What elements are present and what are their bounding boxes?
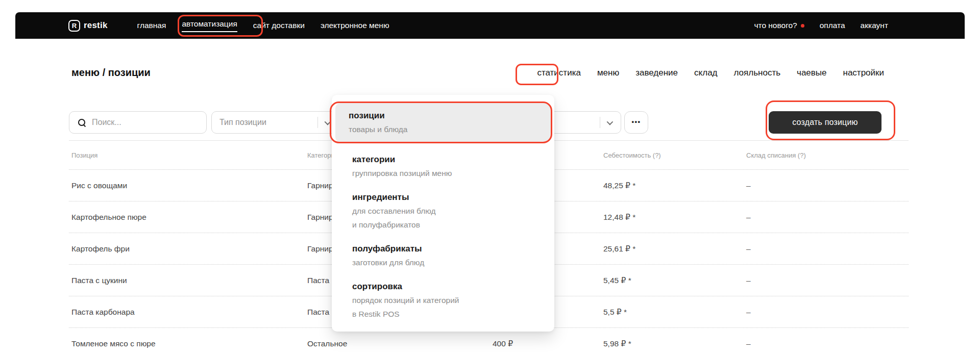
cell-stock: –	[746, 328, 751, 355]
menu-dropdown-panel: позиции товары и блюда категории группир…	[332, 95, 554, 332]
search-input[interactable]	[92, 118, 194, 127]
ellipsis-icon: •••	[631, 118, 641, 125]
topnav-item-automation[interactable]: автоматизация	[182, 19, 237, 32]
cell-stock: –	[746, 265, 751, 296]
cell-cost: 25,61 ₽ *	[603, 233, 635, 265]
cell-position: Томленое мясо с пюре	[71, 328, 156, 355]
topbar-nav: главная автоматизация сайт доставки элек…	[137, 19, 389, 32]
menu-item-title: позиции	[349, 109, 551, 122]
chevron-down-icon	[607, 118, 614, 125]
cell-category: Паста	[307, 296, 329, 328]
cell-stock: –	[746, 170, 751, 201]
cell-stock: –	[746, 233, 751, 265]
app-window: R restik главная автоматизация сайт дост…	[0, 0, 980, 355]
section-tab-statistics[interactable]: статистика	[537, 68, 581, 78]
topnav-item-main[interactable]: главная	[137, 21, 166, 30]
cell-cost: 12,48 ₽ *	[603, 201, 635, 233]
menu-item-subtitle: группировка позиций меню	[352, 166, 551, 180]
more-actions-button[interactable]: •••	[624, 111, 648, 134]
restik-logo-icon: R	[68, 20, 80, 32]
topnav-item-delivery-site[interactable]: сайт доставки	[253, 21, 305, 30]
cell-stock: –	[746, 201, 751, 233]
topbar-right-group: что нового? оплата аккаунт	[754, 21, 888, 30]
header-stock[interactable]: Склад списания (?)	[746, 141, 806, 170]
chevron-down-icon	[325, 118, 331, 125]
menu-item-subtitle: для составления блюд и полуфабрикатов	[352, 204, 551, 232]
menu-item-subtitle: порядок позиций и категорий в Restik POS	[352, 293, 551, 321]
topnav-item-whats-new[interactable]: что нового?	[754, 21, 804, 30]
cell-category: Остальное	[307, 328, 347, 355]
menu-item-semifinished[interactable]: полуфабрикаты заготовки для блюд	[335, 242, 551, 269]
menu-item-ingredients[interactable]: ингредиенты для составления блюд и полуф…	[335, 190, 551, 232]
cell-category: Паста	[307, 265, 329, 296]
section-tab-menu[interactable]: меню	[597, 68, 619, 78]
search-box[interactable]	[69, 111, 207, 134]
section-tab-venue[interactable]: заведение	[635, 68, 678, 78]
section-nav: статистика меню заведение склад лояльнос…	[537, 68, 884, 78]
section-tab-settings[interactable]: настройки	[843, 68, 884, 78]
cell-stock: –	[746, 296, 751, 328]
section-tab-loyalty[interactable]: лояльность	[734, 68, 781, 78]
position-type-select[interactable]: Тип позиции	[211, 111, 339, 134]
topnav-item-payment[interactable]: оплата	[820, 21, 845, 30]
header-position: Позиция	[71, 141, 97, 170]
restik-logo[interactable]: R restik	[68, 20, 108, 32]
notification-dot-icon	[801, 24, 804, 28]
menu-item-subtitle: товары и блюда	[349, 122, 551, 136]
cell-cost: 5,5 ₽ *	[603, 296, 627, 328]
search-icon	[78, 119, 85, 126]
cell-position: Картофель фри	[71, 233, 130, 265]
cell-cost: 5,45 ₽ *	[603, 265, 631, 296]
create-position-button[interactable]: создать позицию	[769, 111, 881, 134]
cell-position: Паста карбонара	[71, 296, 135, 328]
menu-item-title: категории	[352, 153, 551, 166]
menu-item-title: сортировка	[352, 280, 551, 293]
menu-item-subtitle: заготовки для блюд	[352, 256, 551, 269]
cell-cost: 48,25 ₽ *	[603, 170, 635, 201]
menu-item-positions[interactable]: позиции товары и блюда	[335, 103, 551, 142]
menu-item-sorting[interactable]: сортировка порядок позиций и категорий в…	[335, 280, 551, 321]
cell-position: Паста с цукини	[71, 265, 127, 296]
header-cost[interactable]: Себестоимость (?)	[603, 141, 661, 170]
table-row[interactable]: Томленое мясо с пюре Остальное 400 ₽ 5,9…	[69, 328, 909, 355]
position-type-select-label: Тип позиции	[219, 118, 317, 127]
cell-cost: 5,98 ₽ *	[603, 328, 631, 355]
select-divider	[600, 117, 600, 128]
menu-item-title: полуфабрикаты	[352, 242, 551, 256]
topnav-item-emenu[interactable]: электронное меню	[321, 21, 389, 30]
cell-price: 400 ₽	[375, 328, 513, 355]
top-navigation-bar: R restik главная автоматизация сайт дост…	[15, 12, 965, 39]
menu-item-categories[interactable]: категории группировка позиций меню	[335, 153, 551, 180]
cell-position: Картофельное пюре	[71, 201, 146, 233]
section-tab-stock[interactable]: склад	[694, 68, 717, 78]
cell-position: Рис с овощами	[71, 170, 127, 201]
section-tab-tips[interactable]: чаевые	[797, 68, 826, 78]
restik-logo-text: restik	[84, 20, 108, 31]
page-title: меню / позиции	[71, 67, 151, 79]
menu-item-title: ингредиенты	[352, 190, 551, 204]
select-divider	[317, 117, 318, 128]
topnav-item-account[interactable]: аккаунт	[861, 21, 888, 30]
